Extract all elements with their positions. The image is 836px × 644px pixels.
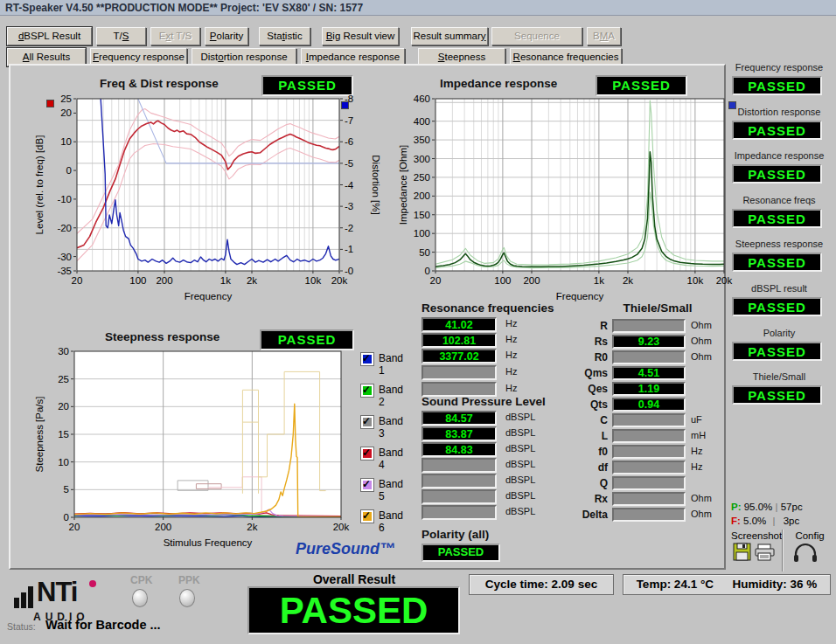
spl-value-7 xyxy=(421,505,497,520)
spl-value-3: 84.83 xyxy=(421,442,497,457)
thiele-label-Q: Q xyxy=(560,477,608,489)
logo-dot-icon xyxy=(89,580,96,587)
svg-text:1k: 1k xyxy=(220,275,231,286)
svg-text:0: 0 xyxy=(66,165,72,176)
svg-text:Stimulus Frequency: Stimulus Frequency xyxy=(164,537,253,548)
temp-value: Temp: 24.1 °C xyxy=(637,578,714,591)
config-label: Config xyxy=(785,530,834,541)
svg-text:5: 5 xyxy=(64,484,69,495)
svg-text:20: 20 xyxy=(430,275,442,286)
ppk-label: PPK xyxy=(178,574,200,586)
svg-text:-30: -30 xyxy=(57,252,72,262)
band5-checkbox[interactable]: ✓ xyxy=(360,478,374,492)
check-icon: ✓ xyxy=(362,415,371,427)
svg-text:-6: -6 xyxy=(345,136,353,147)
svg-text:200: 200 xyxy=(523,275,540,286)
legend-band-1[interactable]: ✓ Band 1 xyxy=(360,352,374,366)
thiele-label-Qes: Qes xyxy=(560,383,608,395)
thiele-value-Q xyxy=(612,476,686,490)
legend-band-6[interactable]: ✓ Band 6 xyxy=(360,509,374,523)
spl-value-1: 84.57 xyxy=(421,411,497,426)
resonance-value-2: 102.81 xyxy=(421,333,497,348)
tab-dbspl-result[interactable]: dBSPL Result xyxy=(7,27,92,45)
check-icon: ✓ xyxy=(362,447,371,459)
svg-text:100: 100 xyxy=(414,228,430,239)
thiele-label-C: C xyxy=(560,414,608,426)
sidebar-result-label-0: Frequency response xyxy=(726,62,833,73)
humidity-value: Humidity: 36 % xyxy=(733,578,818,591)
overall-result-badge: PASSED xyxy=(247,586,460,634)
thiele-value-L xyxy=(612,429,686,443)
svg-text:-35: -35 xyxy=(57,266,72,276)
spl-value-6 xyxy=(421,489,497,504)
svg-text:-0: -0 xyxy=(345,266,353,276)
thiele-value-C xyxy=(612,413,686,427)
svg-text:460: 460 xyxy=(414,93,430,104)
svg-text:-10: -10 xyxy=(57,194,72,204)
tab-polarity[interactable]: Polarity xyxy=(205,27,248,45)
sidebar-result-label-6: Polarity xyxy=(726,328,833,338)
svg-text:2k: 2k xyxy=(623,275,633,286)
freq-dist-chart-title: Freq & Dist response xyxy=(100,77,219,90)
thiele-label-L: L xyxy=(560,430,608,442)
tab-ts[interactable]: T/S xyxy=(96,27,146,45)
thiele-value-Rs: 9.23 xyxy=(612,335,686,349)
legend-band-3[interactable]: ✓ Band 3 xyxy=(360,415,374,429)
band6-checkbox[interactable]: ✓ xyxy=(360,509,374,523)
svg-text:Frequency: Frequency xyxy=(185,291,233,301)
svg-text:100: 100 xyxy=(129,275,146,286)
svg-text:200: 200 xyxy=(155,522,171,532)
thiele-value-Delta xyxy=(612,508,686,522)
band2-checkbox[interactable]: ✓ xyxy=(360,384,374,398)
sidebar-result-label-5: dBSPL result xyxy=(726,283,833,294)
puresound-logo: PureSound™ xyxy=(296,540,395,558)
svg-text:2k: 2k xyxy=(247,275,257,286)
save-screenshot-icon[interactable] xyxy=(733,543,752,562)
spl-value-4 xyxy=(421,458,497,473)
band3-checkbox[interactable]: ✓ xyxy=(360,415,374,429)
thiele-label-Qms: Qms xyxy=(560,367,608,379)
sidebar-result-badge-0: PASSED xyxy=(732,76,822,95)
config-headphones-icon[interactable] xyxy=(792,542,819,564)
tab-statistic[interactable]: Statistic xyxy=(259,27,310,45)
legend-band-2[interactable]: ✓ Band 2 xyxy=(360,384,374,398)
check-icon: ✓ xyxy=(362,509,371,522)
band1-checkbox[interactable]: ✓ xyxy=(360,352,374,366)
tab-result-summary[interactable]: Result summary xyxy=(411,27,488,45)
resonance-value-3: 3377.02 xyxy=(421,349,497,364)
thiele-value-Rx xyxy=(612,492,686,506)
window-titlebar: RT-Speaker V4.50 **PRODUCTION MODE** Pro… xyxy=(0,0,836,16)
thiele-label-Rs: Rs xyxy=(560,336,608,348)
thiele-label-df: df xyxy=(560,461,608,474)
svg-text:30: 30 xyxy=(58,346,69,357)
svg-text:-1: -1 xyxy=(345,244,353,254)
sidebar-result-label-3: Resonance freqs xyxy=(726,195,833,205)
sidebar-result-label-7: Thiele/Small xyxy=(726,371,833,382)
sidebar-result-label-2: Impedance response xyxy=(726,150,833,161)
tab-big-result-view[interactable]: Big Result view xyxy=(322,27,399,45)
impedance-chart: 201002001k2k10k20k0501001502002503003504… xyxy=(395,92,736,310)
svg-text:50: 50 xyxy=(419,247,430,258)
steepness-chart-title: Steepness response xyxy=(105,330,219,343)
polarity-all-status-badge: PASSED xyxy=(421,544,500,562)
steepness-chart: 202002k20k051015202530Stimulus Frequency… xyxy=(31,344,402,559)
legend-band-4[interactable]: ✓ Band 4 xyxy=(360,447,374,460)
band4-checkbox[interactable]: ✓ xyxy=(360,447,374,460)
pass-statistics: P: 95.0% | 57pc xyxy=(731,502,803,512)
thiele-value-R0 xyxy=(612,350,686,364)
print-icon[interactable] xyxy=(754,543,777,562)
svg-text:-20: -20 xyxy=(57,223,72,233)
legend-band-5[interactable]: ✓ Band 5 xyxy=(360,478,374,492)
svg-text:Steepness [Pa/s]: Steepness [Pa/s] xyxy=(34,397,45,473)
thiele-label-f0: f0 xyxy=(560,446,608,458)
svg-text:10: 10 xyxy=(60,136,72,147)
tab-ext-ts: Ext T/S xyxy=(150,27,200,45)
svg-text:Level (rel. to freq) [dB]: Level (rel. to freq) [dB] xyxy=(34,135,45,235)
svg-text:25: 25 xyxy=(60,93,72,104)
nti-logo: NTi xyxy=(14,578,110,613)
svg-text:-8: -8 xyxy=(345,93,353,104)
thiele-value-Qes: 1.19 xyxy=(612,382,686,396)
svg-text:20: 20 xyxy=(72,275,83,286)
tab-bma: BMA xyxy=(587,27,621,45)
svg-text:0: 0 xyxy=(425,266,430,276)
